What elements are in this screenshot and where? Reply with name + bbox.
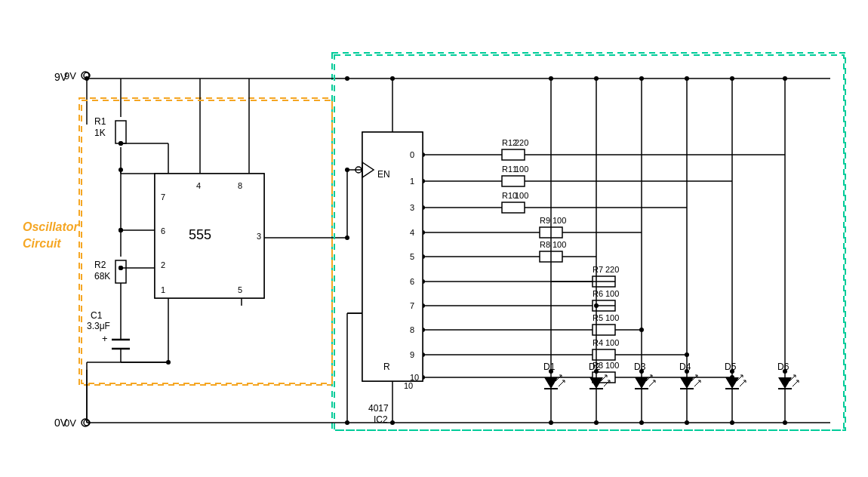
oscillator-circuit-title: OscillatorCircuit: [23, 219, 78, 253]
